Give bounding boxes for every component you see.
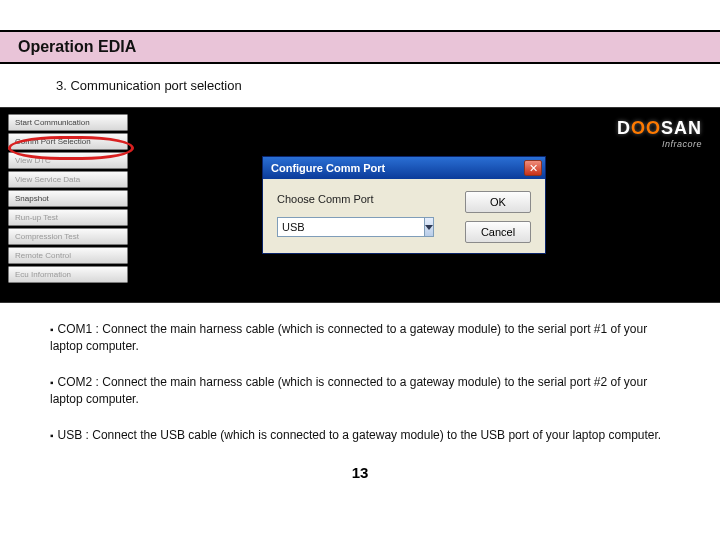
ok-button[interactable]: OK [465,191,531,213]
note-com1-text: COM1 : Connect the main harness cable (w… [50,322,647,353]
section-title: Operation EDIA [18,38,136,55]
comm-port-combo[interactable] [277,217,397,237]
section-title-bar: Operation EDIA [0,30,720,64]
brand-post: SAN [661,118,702,138]
side-menu: Start Communication Comm Port Selection … [8,114,128,283]
comm-port-input[interactable] [277,217,425,237]
dialog-body: Choose Comm Port OK Cancel [263,179,545,253]
bullet-icon: ▪ [50,430,54,441]
note-usb: ▪USB : Connect the USB cable (which is c… [50,427,670,444]
menu-snapshot[interactable]: Snapshot [8,190,128,207]
note-com2: ▪COM2 : Connect the main harness cable (… [50,374,670,409]
bullet-icon: ▪ [50,377,54,388]
chevron-down-icon[interactable] [425,217,434,237]
step-heading: 3. Communication port selection [0,64,720,107]
dialog-titlebar: Configure Comm Port ✕ [263,157,545,179]
brand-logo: DOOSAN Infracore [617,118,702,149]
menu-run-up-test[interactable]: Run-up Test [8,209,128,226]
menu-view-service-data[interactable]: View Service Data [8,171,128,188]
menu-start-communication[interactable]: Start Communication [8,114,128,131]
instruction-notes: ▪COM1 : Connect the main harness cable (… [0,303,720,444]
menu-comm-port-selection[interactable]: Comm Port Selection [8,133,128,150]
configure-comm-port-dialog: Configure Comm Port ✕ Choose Comm Port O… [262,156,546,254]
menu-view-dtc[interactable]: View DTC [8,152,128,169]
dialog-title: Configure Comm Port [271,162,385,174]
note-com1: ▪COM1 : Connect the main harness cable (… [50,321,670,356]
bullet-icon: ▪ [50,324,54,335]
brand-name: DOOSAN [617,118,702,139]
close-icon[interactable]: ✕ [524,160,542,176]
app-screenshot-area: Start Communication Comm Port Selection … [0,107,720,303]
dropdown-arrow-icon [425,225,433,230]
brand-pre: D [617,118,631,138]
menu-compression-test[interactable]: Compression Test [8,228,128,245]
note-com2-text: COM2 : Connect the main harness cable (w… [50,375,647,406]
brand-accent: OO [631,118,661,138]
menu-ecu-information[interactable]: Ecu Information [8,266,128,283]
page-number: 13 [0,462,720,481]
note-usb-text: USB : Connect the USB cable (which is co… [58,428,662,442]
brand-sub: Infracore [617,139,702,149]
cancel-button[interactable]: Cancel [465,221,531,243]
menu-remote-control[interactable]: Remote Control [8,247,128,264]
